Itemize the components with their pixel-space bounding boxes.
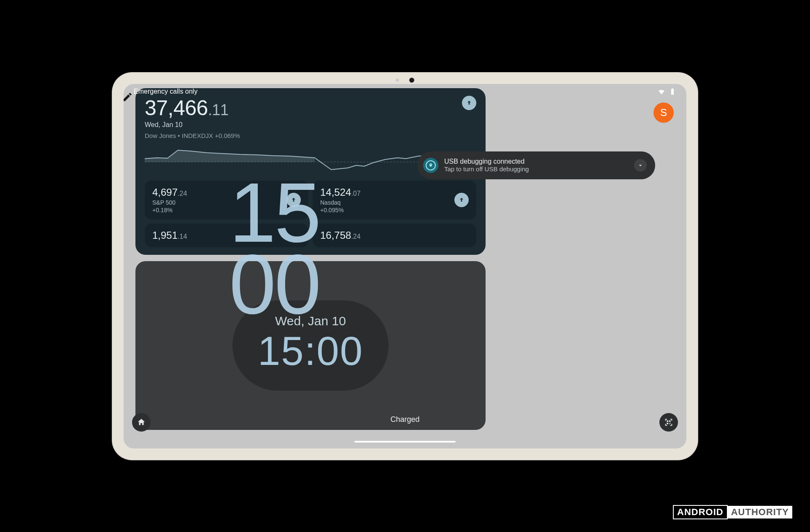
status-left-text: Emergency calls only xyxy=(134,88,197,95)
stock-dec: .24 xyxy=(351,233,360,240)
camera-dot xyxy=(409,78,414,83)
stock-whole: 14,524 xyxy=(320,186,351,198)
clock-widget-date: Wed, Jan 10 xyxy=(258,314,363,328)
status-bar: Emergency calls only xyxy=(124,84,686,99)
trend-up-icon xyxy=(454,193,469,207)
qr-scan-button[interactable] xyxy=(659,413,678,432)
user-avatar[interactable]: S xyxy=(653,103,674,123)
trend-up-icon xyxy=(286,193,301,207)
device-camera-bar xyxy=(112,76,698,84)
stocks-grid: 4,697.24 S&P 500 +0.18% 14,524.07 Nasdaq… xyxy=(145,181,476,247)
battery-icon xyxy=(669,88,676,95)
stock-name: S&P 500 xyxy=(152,199,187,206)
clock-widget-time: 15:00 xyxy=(258,331,363,371)
watermark-part-a: ANDROID xyxy=(673,505,728,519)
stocks-main-dec: .11 xyxy=(208,101,229,119)
stock-change: +0.18% xyxy=(152,207,187,213)
avatar-letter: S xyxy=(660,107,667,119)
wifi-icon xyxy=(658,88,665,95)
watermark-part-b: AUTHORITY xyxy=(728,506,792,518)
stock-card-4[interactable]: 16,758.24 xyxy=(313,224,476,247)
usb-debug-icon xyxy=(423,158,438,173)
stock-dec: .07 xyxy=(351,190,360,197)
clock-pill: Wed, Jan 10 15:00 xyxy=(232,300,389,391)
gesture-bar[interactable] xyxy=(354,441,456,443)
stock-whole: 16,758 xyxy=(320,230,351,241)
home-button[interactable] xyxy=(132,413,151,432)
watermark: ANDROIDAUTHORITY xyxy=(673,505,792,519)
notification-title: USB debugging connected xyxy=(444,158,628,165)
stock-whole: 4,697 xyxy=(152,186,178,198)
stocks-date: Wed, Jan 10 xyxy=(145,121,240,129)
sensor-dot xyxy=(396,78,399,82)
stock-dec: .24 xyxy=(178,190,187,197)
stocks-main-whole: 37,466 xyxy=(145,96,208,120)
notification-usb-debugging[interactable]: USB debugging connected Tap to turn off … xyxy=(417,151,655,179)
stock-dec: .14 xyxy=(178,233,187,240)
status-right xyxy=(658,88,676,95)
widget-clock[interactable]: Wed, Jan 10 15:00 xyxy=(135,261,486,430)
stock-card-nasdaq[interactable]: 14,524.07 Nasdaq +0.095% xyxy=(313,181,476,219)
stock-name: Nasdaq xyxy=(320,199,361,206)
stock-card-3[interactable]: 1,951.14 xyxy=(145,224,308,247)
stocks-main-value: 37,466.11 xyxy=(145,96,240,120)
stock-change: +0.095% xyxy=(320,207,361,213)
stocks-meta: Dow Jones • INDEXDJX +0.069% xyxy=(145,132,240,139)
device-frame: Emergency calls only 37,466.11 Wed, Jan … xyxy=(112,72,698,460)
notification-subtitle: Tap to turn off USB debugging xyxy=(444,165,628,173)
stock-whole: 1,951 xyxy=(152,230,178,241)
screen: Emergency calls only 37,466.11 Wed, Jan … xyxy=(124,84,686,448)
chevron-down-icon[interactable] xyxy=(634,159,647,172)
stock-card-sp500[interactable]: 4,697.24 S&P 500 +0.18% xyxy=(145,181,308,219)
